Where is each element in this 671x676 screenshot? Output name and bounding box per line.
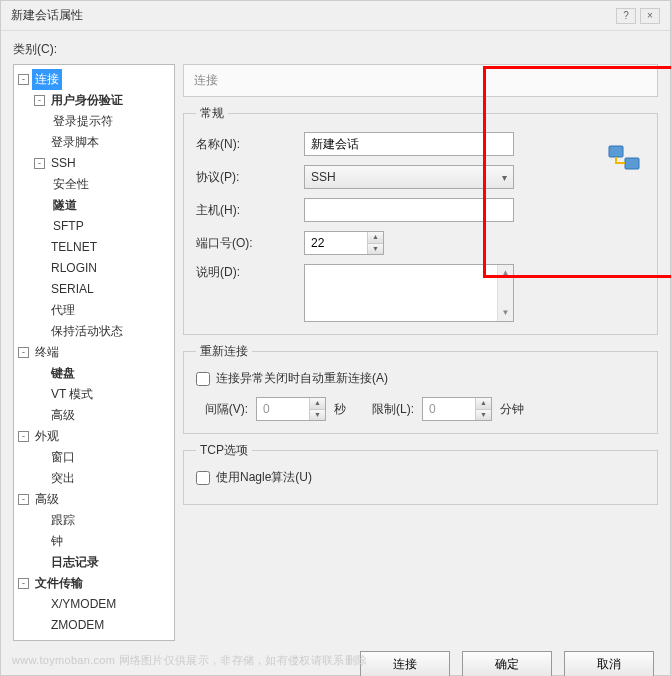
tree-item-keyboard[interactable]: 键盘 xyxy=(48,363,78,384)
dialog-window: 新建会话属性 ? × 类别(C): -连接 -用户身份验证 登录提示符 登录脚本… xyxy=(0,0,671,676)
host-label: 主机(H): xyxy=(196,202,304,219)
category-label: 类别(C): xyxy=(13,41,658,58)
tree-item-proxy[interactable]: 代理 xyxy=(48,300,78,321)
footer-buttons: 连接 确定 取消 xyxy=(13,641,658,676)
tree-item-terminal[interactable]: 终端 xyxy=(32,342,62,363)
dialog-body: 类别(C): -连接 -用户身份验证 登录提示符 登录脚本 -SSH 安全性 隧… xyxy=(1,31,670,676)
desc-textarea-wrap: ▲▼ xyxy=(304,264,514,322)
tree-toggle-icon[interactable]: - xyxy=(34,158,45,169)
tree-item-trace[interactable]: 跟踪 xyxy=(48,510,78,531)
nagle-label: 使用Nagle算法(U) xyxy=(216,469,312,486)
tcp-fieldset: TCP选项 使用Nagle算法(U) xyxy=(183,442,658,505)
tree-item-security[interactable]: 安全性 xyxy=(50,174,92,195)
general-fieldset: 常规 名称(N): 协议(P): SSH 主机(H): xyxy=(183,105,658,335)
tree-item-xymodem[interactable]: X/YMODEM xyxy=(48,594,119,615)
limit-spinner[interactable]: ▲▼ xyxy=(422,397,492,421)
tree-item-rlogin[interactable]: RLOGIN xyxy=(48,258,100,279)
window-title: 新建会话属性 xyxy=(11,7,83,24)
tree-item-zmodem[interactable]: ZMODEM xyxy=(48,615,107,636)
tree-toggle-icon[interactable]: - xyxy=(18,494,29,505)
settings-pane: 连接 常规 名称(N): 协议(P): SSH 主机(H) xyxy=(183,64,658,641)
name-input[interactable] xyxy=(304,132,514,156)
interval-unit: 秒 xyxy=(334,401,346,418)
tree-item-bell[interactable]: 钟 xyxy=(48,531,66,552)
tree-toggle-icon[interactable]: - xyxy=(18,578,29,589)
help-button[interactable]: ? xyxy=(616,8,636,24)
tree-toggle-icon[interactable]: - xyxy=(18,431,29,442)
desc-label: 说明(D): xyxy=(196,264,304,281)
chevron-down-icon[interactable]: ▼ xyxy=(310,410,325,421)
chevron-up-icon[interactable]: ▲ xyxy=(476,398,491,410)
limit-unit: 分钟 xyxy=(500,401,524,418)
tree-item-logging[interactable]: 日志记录 xyxy=(48,552,102,573)
cancel-button[interactable]: 取消 xyxy=(564,651,654,676)
chevron-up-icon[interactable]: ▲ xyxy=(498,265,513,281)
nagle-checkbox[interactable] xyxy=(196,471,210,485)
interval-input[interactable] xyxy=(257,398,309,420)
limit-label: 限制(L): xyxy=(354,401,414,418)
tree-item-connection[interactable]: 连接 xyxy=(32,69,62,90)
interval-label: 间隔(V): xyxy=(196,401,248,418)
tree-item-tunnel[interactable]: 隧道 xyxy=(50,195,80,216)
port-input[interactable] xyxy=(305,232,367,254)
desc-textarea[interactable] xyxy=(305,265,497,321)
reconnect-fieldset: 重新连接 连接异常关闭时自动重新连接(A) 间隔(V): ▲▼ 秒 限制(L): xyxy=(183,343,658,434)
port-label: 端口号(O): xyxy=(196,235,304,252)
tree-item-telnet[interactable]: TELNET xyxy=(48,237,100,258)
reconnect-legend: 重新连接 xyxy=(196,343,252,360)
limit-input[interactable] xyxy=(423,398,475,420)
tree-toggle-icon[interactable]: - xyxy=(18,347,29,358)
tree-item-ssh[interactable]: SSH xyxy=(48,153,79,174)
tree-toggle-icon[interactable]: - xyxy=(18,74,29,85)
tree-item-advanced-t[interactable]: 高级 xyxy=(48,405,78,426)
protocol-label: 协议(P): xyxy=(196,169,304,186)
svg-rect-0 xyxy=(609,146,623,157)
tree-item-advanced[interactable]: 高级 xyxy=(32,489,62,510)
titlebar-buttons: ? × xyxy=(616,8,660,24)
tree-item-loginscript[interactable]: 登录脚本 xyxy=(48,132,102,153)
general-legend: 常规 xyxy=(196,105,228,122)
chevron-up-icon[interactable]: ▲ xyxy=(368,232,383,244)
tree-item-userauth[interactable]: 用户身份验证 xyxy=(48,90,126,111)
tree-item-window[interactable]: 窗口 xyxy=(48,447,78,468)
tree-item-loginprompt[interactable]: 登录提示符 xyxy=(50,111,116,132)
chevron-down-icon[interactable]: ▼ xyxy=(476,410,491,421)
tree-item-vtmode[interactable]: VT 模式 xyxy=(48,384,96,405)
tree-item-sftp[interactable]: SFTP xyxy=(50,216,87,237)
chevron-down-icon[interactable]: ▼ xyxy=(498,305,513,321)
titlebar: 新建会话属性 ? × xyxy=(1,1,670,31)
interval-spinner[interactable]: ▲▼ xyxy=(256,397,326,421)
main-area: -连接 -用户身份验证 登录提示符 登录脚本 -SSH 安全性 隧道 SFTP … xyxy=(13,64,658,641)
scrollbar[interactable]: ▲▼ xyxy=(497,265,513,321)
close-button[interactable]: × xyxy=(640,8,660,24)
chevron-up-icon[interactable]: ▲ xyxy=(310,398,325,410)
connect-button[interactable]: 连接 xyxy=(360,651,450,676)
name-label: 名称(N): xyxy=(196,136,304,153)
tree-item-keepalive[interactable]: 保持活动状态 xyxy=(48,321,126,342)
protocol-select[interactable]: SSH xyxy=(304,165,514,189)
svg-rect-1 xyxy=(625,158,639,169)
auto-reconnect-label: 连接异常关闭时自动重新连接(A) xyxy=(216,370,388,387)
tree-toggle-icon[interactable]: - xyxy=(34,95,45,106)
tree-item-serial[interactable]: SERIAL xyxy=(48,279,97,300)
tree-item-highlight[interactable]: 突出 xyxy=(48,468,78,489)
category-tree[interactable]: -连接 -用户身份验证 登录提示符 登录脚本 -SSH 安全性 隧道 SFTP … xyxy=(13,64,175,641)
chevron-down-icon[interactable]: ▼ xyxy=(368,244,383,255)
tcp-legend: TCP选项 xyxy=(196,442,252,459)
port-spinner[interactable]: ▲▼ xyxy=(304,231,384,255)
tree-item-appearance[interactable]: 外观 xyxy=(32,426,62,447)
network-icon xyxy=(607,144,641,174)
pane-header: 连接 xyxy=(183,64,658,97)
tree-item-filetransfer[interactable]: 文件传输 xyxy=(32,573,86,594)
ok-button[interactable]: 确定 xyxy=(462,651,552,676)
host-input[interactable] xyxy=(304,198,514,222)
auto-reconnect-checkbox[interactable] xyxy=(196,372,210,386)
